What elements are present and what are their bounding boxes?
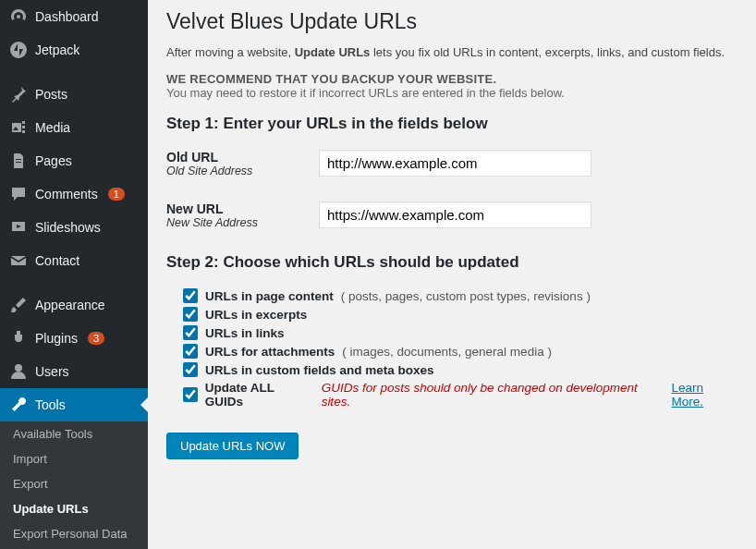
checkbox-label: URLs in links	[205, 326, 285, 340]
submenu-item[interactable]: Export	[0, 471, 148, 496]
slideshow-icon	[9, 218, 28, 237]
old-url-label: Old URL	[166, 150, 310, 165]
submenu-item[interactable]: Import	[0, 446, 148, 471]
sidebar-item-tools[interactable]: Tools	[0, 388, 148, 421]
sidebar-item-label: Tools	[35, 397, 66, 412]
svg-point-2	[15, 364, 22, 372]
checkbox-desc: ( images, documents, general media )	[342, 345, 552, 359]
checkbox-list: URLs in page content ( posts, pages, cus…	[183, 288, 738, 409]
checkbox-label: URLs for attachments	[205, 345, 335, 359]
learn-more-link[interactable]: Learn More.	[671, 381, 738, 409]
sidebar-item-label: Comments	[35, 187, 98, 201]
page-icon	[9, 152, 28, 170]
checkbox[interactable]	[183, 344, 198, 359]
checkbox-row: URLs for attachments ( images, documents…	[183, 344, 738, 359]
old-url-sublabel: Old Site Address	[166, 165, 310, 177]
checkbox-row: URLs in links	[183, 325, 738, 340]
sidebar-item-media[interactable]: Media	[0, 111, 148, 144]
mail-icon	[9, 251, 28, 270]
sidebar-item-label: Slideshows	[35, 220, 101, 235]
intro-text: After moving a website, Update URLs lets…	[166, 45, 738, 59]
badge: 1	[108, 188, 125, 201]
sidebar-item-label: Media	[35, 120, 70, 135]
jetpack-icon	[9, 41, 28, 59]
checkbox-row: URLs in excerpts	[183, 307, 738, 322]
checkbox-label: URLs in page content	[205, 289, 334, 303]
checkbox[interactable]	[183, 288, 198, 303]
checkbox-label: Update ALL GUIDs	[205, 381, 314, 409]
main-content: Velvet Blues Update URLs After moving a …	[148, 0, 756, 549]
new-url-sublabel: New Site Address	[166, 216, 310, 229]
backup-warning: WE RECOMMEND THAT YOU BACKUP YOUR WEBSIT…	[166, 72, 738, 86]
checkbox-label: URLs in excerpts	[205, 308, 307, 322]
sidebar-item-appearance[interactable]: Appearance	[0, 288, 148, 322]
plug-icon	[9, 329, 28, 348]
sidebar-item-label: Dashboard	[35, 9, 99, 24]
sidebar-item-label: Appearance	[35, 298, 105, 312]
update-urls-button[interactable]: Update URLs NOW	[166, 433, 299, 459]
submenu-item[interactable]: Export Personal Data	[0, 521, 148, 546]
pin-icon	[9, 85, 28, 104]
sidebar-item-contact[interactable]: Contact	[0, 244, 148, 277]
sidebar-item-jetpack[interactable]: Jetpack	[0, 33, 148, 67]
comment-icon	[9, 185, 28, 203]
old-url-input[interactable]	[319, 150, 591, 177]
tools-submenu: Available ToolsImportExportUpdate URLsEx…	[0, 421, 148, 549]
sidebar-item-label: Users	[35, 364, 69, 379]
sidebar-item-pages[interactable]: Pages	[0, 144, 148, 177]
sidebar-item-label: Plugins	[35, 331, 78, 346]
media-icon	[9, 118, 28, 137]
checkbox-row: URLs in page content ( posts, pages, cus…	[183, 288, 738, 303]
checkbox-row-guid: Update ALL GUIDs GUIDs for posts should …	[183, 381, 738, 409]
sidebar-item-label: Pages	[35, 153, 72, 168]
step1-heading: Step 1: Enter your URLs in the fields be…	[166, 115, 738, 133]
sidebar-item-label: Jetpack	[35, 43, 79, 57]
admin-sidebar: DashboardJetpackPostsMediaPagesComments1…	[0, 0, 148, 549]
checkbox[interactable]	[183, 362, 198, 377]
checkbox[interactable]	[183, 307, 198, 322]
submenu-item[interactable]: Update URLs	[0, 496, 148, 521]
step2-heading: Step 2: Choose which URLs should be upda…	[166, 253, 738, 272]
new-url-row: New URL New Site Address	[166, 201, 738, 229]
svg-point-0	[10, 42, 27, 58]
checkbox-label: URLs in custom fields and meta boxes	[205, 363, 434, 377]
sidebar-item-posts[interactable]: Posts	[0, 78, 148, 111]
sidebar-item-users[interactable]: Users	[0, 355, 148, 388]
guid-warning: GUIDs for posts should only be changed o…	[322, 381, 665, 409]
backup-subtext: You may need to restore it if incorrect …	[166, 86, 738, 100]
checkbox-row: URLs in custom fields and meta boxes	[183, 362, 738, 377]
sidebar-item-comments[interactable]: Comments1	[0, 177, 148, 211]
sidebar-item-slideshows[interactable]: Slideshows	[0, 211, 148, 244]
new-url-label: New URL	[166, 201, 310, 216]
sidebar-item-plugins[interactable]: Plugins3	[0, 322, 148, 355]
sidebar-item-dashboard[interactable]: Dashboard	[0, 0, 148, 33]
user-icon	[9, 362, 28, 381]
submenu-item[interactable]: Available Tools	[0, 421, 148, 446]
sidebar-item-label: Posts	[35, 87, 67, 102]
old-url-row: Old URL Old Site Address	[166, 150, 738, 177]
wrench-icon	[9, 396, 28, 414]
new-url-input[interactable]	[319, 201, 591, 228]
checkbox[interactable]	[183, 325, 198, 340]
checkbox-guid[interactable]	[183, 387, 198, 402]
brush-icon	[9, 296, 28, 314]
sidebar-item-label: Contact	[35, 253, 79, 268]
dashboard-icon	[9, 7, 28, 26]
page-title: Velvet Blues Update URLs	[166, 9, 738, 34]
badge: 3	[88, 332, 104, 345]
checkbox-desc: ( posts, pages, custom post types, revis…	[341, 289, 591, 303]
